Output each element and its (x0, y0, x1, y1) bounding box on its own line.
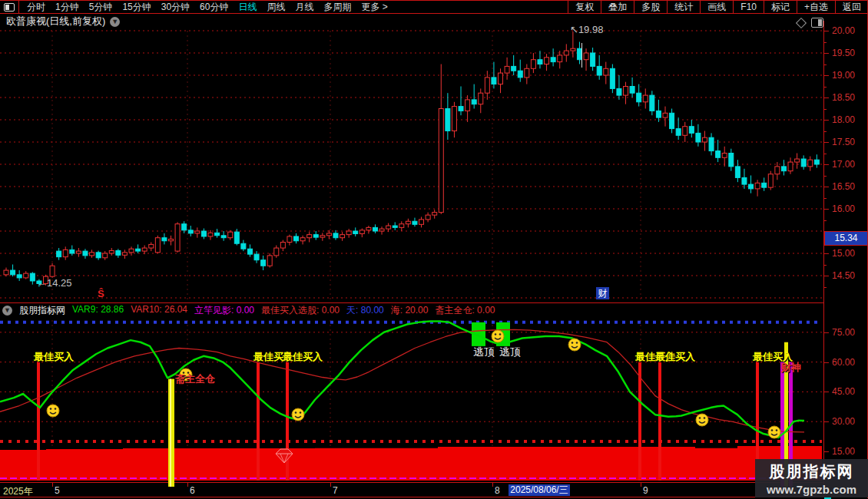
smiley-icon (292, 408, 304, 421)
axis-minor-tick (824, 287, 827, 288)
indicator-value-最佳买入选股: 最佳买入选股: 0.00 (261, 304, 340, 317)
axis-tick (824, 209, 829, 210)
line-VAR9 (0, 322, 804, 438)
watermark-url: www.7gpzb.com (767, 483, 856, 496)
axis-minor-tick (824, 64, 827, 65)
indicator-value-立竿见影: 立竿见影: 0.00 (194, 304, 254, 317)
axis-minor-tick (824, 131, 827, 132)
axis-tick (824, 53, 829, 54)
axis-tick (824, 362, 829, 363)
axis-tick (824, 451, 829, 452)
price-axis-label: 18.50 (832, 92, 855, 103)
axis-tick (824, 142, 829, 143)
toolbar-item-60分钟[interactable]: 60分钟 (200, 1, 228, 14)
price-axis-label: 16.00 (832, 203, 855, 214)
toolbar-button-+自选[interactable]: +自选 (797, 1, 835, 13)
toolbar-item-1分钟[interactable]: 1分钟 (55, 1, 79, 14)
toolbar-item-30分钟[interactable]: 30分钟 (161, 1, 190, 14)
toolbar-item-5分钟[interactable]: 5分钟 (89, 1, 113, 14)
indicator-svg (0, 319, 823, 487)
axis-tick (824, 421, 829, 422)
axis-minor-tick (824, 87, 827, 88)
smiley-icon (492, 330, 504, 342)
smiley-icon (768, 426, 780, 438)
smiley-icon (696, 414, 708, 426)
toolbar-item-分时[interactable]: 分时 (27, 1, 45, 14)
price-axis-label: 20.00 (832, 25, 855, 36)
axis-tick (824, 164, 829, 165)
indicator-values: VAR9: 28.86VAR10: 26.04立竿见影: 0.00最佳买入选股:… (72, 304, 495, 317)
axis-minor-tick (824, 265, 827, 266)
line-VAR10 (0, 329, 804, 431)
price-axis-highlight: 15.34 (824, 231, 868, 246)
candlestick-svg (0, 21, 823, 302)
toolbar-button-返回[interactable]: 返回 (835, 1, 868, 13)
price-axis-label: 14.50 (832, 270, 855, 281)
candles-layer (4, 31, 819, 286)
toolbar-button-复权[interactable]: 复权 (568, 1, 601, 13)
price-axis-label: 15.00 (832, 248, 855, 259)
axis-minor-tick (824, 154, 827, 154)
toolbar-item-更多 >[interactable]: 更多 > (361, 1, 387, 14)
toolbar-item-15分钟[interactable]: 15分钟 (122, 1, 151, 14)
indicator-value-VAR9: VAR9: 28.86 (72, 304, 124, 317)
price-axis-label: 17.50 (832, 137, 855, 147)
collapse-icon[interactable]: ▼ (2, 306, 12, 316)
price-axis-label: 17.00 (832, 159, 855, 170)
axis-tick (824, 253, 829, 254)
price-axis-label: 16.50 (832, 181, 855, 192)
watermark: 股朋指标网 www.7gpzb.com (755, 459, 868, 497)
price-axis: 20.0019.5019.0018.5018.0017.5017.0016.50… (823, 21, 868, 497)
indicator-value-天: 天: 80.00 (346, 304, 384, 317)
axis-tick (824, 187, 829, 187)
toolbar-item-月线[interactable]: 月线 (295, 1, 313, 14)
indicator-axis-label: 60.00 (832, 357, 855, 368)
tools-menu: 复权叠加多股统计画线F10标记+自选返回 (568, 1, 868, 13)
toolbar-button-多股[interactable]: 多股 (634, 1, 667, 13)
smiley-icon (568, 339, 581, 351)
axis-tick (824, 392, 829, 392)
indicator-header: ▼ 股朋指标网 VAR9: 28.86VAR10: 26.04立竿见影: 0.0… (0, 304, 824, 317)
price-axis-label: 19.00 (832, 70, 855, 81)
price-axis-label: 19.50 (832, 48, 855, 58)
toolbar-item-多周期[interactable]: 多周期 (323, 1, 351, 14)
axis-tick (824, 97, 829, 98)
axis-minor-tick (824, 109, 827, 110)
indicator-fill-area (0, 446, 822, 481)
toolbar-button-统计[interactable]: 统计 (667, 1, 700, 13)
toolbar-button-叠加[interactable]: 叠加 (601, 1, 634, 13)
axis-minor-tick (824, 176, 827, 177)
panel-toggle-button[interactable] (0, 1, 19, 13)
panel-separator (0, 302, 868, 303)
watermark-site-name: 股朋指标网 (770, 461, 854, 482)
axis-tick (824, 75, 829, 76)
toolbar-item-周线[interactable]: 周线 (267, 1, 285, 14)
indicator-value-VAR10: VAR10: 26.04 (131, 304, 187, 317)
period-menu: 分时1分钟5分钟15分钟30分钟60分钟日线周线月线多周期更多 > (19, 1, 388, 13)
indicator-name: 股朋指标网 (19, 304, 65, 317)
indicator-chart[interactable] (0, 319, 823, 487)
indicator-axis-label: 45.00 (832, 386, 855, 397)
toolbar-button-标记[interactable]: 标记 (764, 1, 797, 13)
split-view-icon (4, 3, 15, 12)
axis-tick (824, 31, 829, 31)
toolbar-item-日线[interactable]: 日线 (238, 1, 257, 14)
toolbar-button-画线[interactable]: 画线 (700, 1, 733, 13)
indicator-value-海: 海: 20.00 (391, 304, 429, 317)
indicator-axis-label: 75.00 (832, 327, 855, 338)
indicator-axis-label: 15.00 (832, 446, 855, 457)
app-window: 分时1分钟5分钟15分钟30分钟60分钟日线周线月线多周期更多 > 复权叠加多股… (0, 0, 868, 499)
axis-tick (824, 332, 829, 333)
toolbar-button-F10[interactable]: F10 (733, 1, 764, 13)
axis-minor-tick (824, 220, 827, 221)
smiley-icon (47, 405, 59, 417)
main-candlestick-chart[interactable] (0, 21, 823, 302)
smiley-icon (180, 368, 192, 381)
top-toolbar: 分时1分钟5分钟15分钟30分钟60分钟日线周线月线多周期更多 > 复权叠加多股… (0, 0, 868, 14)
axis-minor-tick (824, 42, 827, 43)
indicator-axis-label: 30.00 (832, 416, 855, 427)
indicator-value-斋主全仓: 斋主全仓: 0.00 (435, 304, 495, 317)
axis-tick (824, 276, 829, 276)
axis-minor-tick (824, 198, 827, 199)
axis-tick (824, 120, 829, 121)
